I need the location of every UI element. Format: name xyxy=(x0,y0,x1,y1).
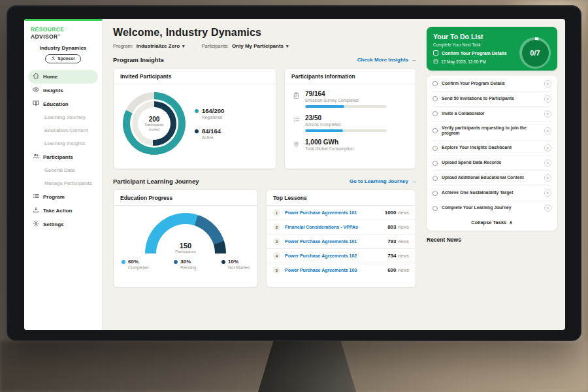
link-label: Check More Insights xyxy=(357,57,408,63)
lesson-link[interactable]: Power Purchase Agreements 102 xyxy=(285,253,387,258)
sidebar-item-label: Manage Participants xyxy=(44,180,92,186)
chevron-right-icon[interactable]: › xyxy=(544,127,551,135)
next-task-checkbox[interactable] xyxy=(433,50,438,56)
chevron-right-icon[interactable]: › xyxy=(544,204,551,212)
legend-label: Active xyxy=(202,135,221,140)
monitor-bezel: RESOURCE ADVISOR+ Industry Dynamics Spon… xyxy=(7,5,581,341)
task-row[interactable]: Upload Spend Data Records › xyxy=(433,156,551,171)
lesson-row: 5 Power Purchase Agreements 103 600views xyxy=(267,263,416,277)
sidebar-item-take-action[interactable]: Take Action xyxy=(28,204,98,218)
lesson-link[interactable]: Financial Considerations - VPPAs xyxy=(285,225,387,229)
sidebar-item-learning-insights[interactable]: Learning Insights xyxy=(28,137,98,150)
program-select[interactable]: Industrialize Zero ▾ xyxy=(137,43,185,49)
lesson-rank: 2 xyxy=(273,223,280,231)
logo-text-advisor: ADVISOR xyxy=(31,33,58,40)
section-title: Participant Learning Journey xyxy=(113,178,199,185)
chevron-right-icon[interactable]: › xyxy=(544,110,551,118)
insights-cards-row: Invited Participants 200 Participants In… xyxy=(113,68,416,169)
legend-value: 84/164 xyxy=(202,127,221,135)
sidebar: RESOURCE ADVISOR+ Industry Dynamics Spon… xyxy=(24,19,103,330)
task-row[interactable]: Confirm Your Program Details › xyxy=(433,76,551,91)
chevron-right-icon[interactable]: › xyxy=(544,189,551,197)
task-checkbox[interactable] xyxy=(433,161,438,166)
dashboard-screen: RESOURCE ADVISOR+ Industry Dynamics Spon… xyxy=(24,19,565,330)
sidebar-item-general-data[interactable]: General Data xyxy=(28,164,98,177)
legend-item-active: 84/164 Active xyxy=(195,127,224,140)
participants-information-card: Participants Information 79/164 Emission… xyxy=(284,68,416,169)
lesson-views-suffix: views xyxy=(397,210,409,215)
sidebar-item-manage-participants[interactable]: Manage Participants xyxy=(28,177,98,190)
actions-progress-bar xyxy=(305,129,387,132)
app-logo: RESOURCE ADVISOR+ xyxy=(24,21,102,41)
lesson-link[interactable]: Power Purchase Agreements 101 xyxy=(285,239,387,244)
task-row[interactable]: Send 50 Invitations to Participants › xyxy=(433,91,551,106)
task-row[interactable]: Explore Your Insights Dashboard › xyxy=(433,141,551,156)
sidebar-item-label: Participants xyxy=(43,154,73,160)
task-row[interactable]: Verify participants requesting to join t… xyxy=(433,122,551,141)
task-row[interactable]: Complete Your Learning Journey › xyxy=(433,201,551,216)
task-checkbox[interactable] xyxy=(433,96,438,101)
checklist-icon xyxy=(293,114,300,132)
sidebar-item-insights[interactable]: Insights xyxy=(28,84,98,97)
task-checkbox[interactable] xyxy=(433,191,438,196)
top-lessons-card: Top Lessons 1 Power Purchase Agreements … xyxy=(266,189,416,287)
legend-dot xyxy=(195,129,199,133)
sidebar-item-label: Home xyxy=(43,74,57,80)
task-row[interactable]: Invite a Collaborator › xyxy=(433,106,551,122)
sidebar-item-settings[interactable]: Settings xyxy=(28,218,98,231)
legend-pct: 10% xyxy=(228,259,238,265)
chevron-right-icon[interactable]: › xyxy=(544,80,551,88)
clipboard-icon xyxy=(293,90,300,108)
donut-center-label: Participants Invited xyxy=(140,123,168,132)
legend-item-registered: 164/200 Registered xyxy=(195,107,224,120)
todo-summary-card: Your To Do List Complete Your Next Task:… xyxy=(427,27,557,71)
pin-icon xyxy=(293,139,300,151)
legend-dot xyxy=(195,109,199,113)
page-title: Welcome, Industry Dynamics xyxy=(113,27,416,39)
task-label: Send 50 Invitations to Participants xyxy=(442,96,540,102)
check-more-insights-link[interactable]: Check More Insights → xyxy=(357,57,416,63)
collapse-tasks-link[interactable]: Collapse Tasks ∧ xyxy=(433,216,551,230)
participants-filter-label: Participants: xyxy=(202,43,229,49)
stat-value: 79/164 xyxy=(305,90,387,97)
stat-global-consumption: 1,000 GWh Total Global Consumption xyxy=(293,139,408,151)
sidebar-item-learning-journey[interactable]: Learning Journey xyxy=(28,111,98,124)
stat-actions-completed: 23/50 Actions Completed xyxy=(293,114,408,132)
legend-label: Pending xyxy=(180,265,196,270)
filter-bar: Program: Industrialize Zero ▾ Participan… xyxy=(113,43,416,49)
emission-progress-bar xyxy=(305,105,387,108)
lesson-views: 803 xyxy=(387,224,396,230)
task-checkbox[interactable] xyxy=(433,146,438,151)
sidebar-item-education[interactable]: Education xyxy=(28,97,98,111)
logo-plus: + xyxy=(58,33,61,37)
go-to-learning-journey-link[interactable]: Go to Learning Journey → xyxy=(350,178,416,184)
legend-item-completed: 60% Completed xyxy=(122,259,148,270)
task-checkbox[interactable] xyxy=(433,81,438,86)
program-filter-label: Program: xyxy=(113,43,133,49)
task-checkbox[interactable] xyxy=(433,206,438,211)
chevron-right-icon[interactable]: › xyxy=(544,159,551,167)
sidebar-item-label: Education Content xyxy=(44,127,88,133)
task-row[interactable]: Achieve One Sustainability Target › xyxy=(433,186,551,201)
sponsor-badge: Sponsor xyxy=(45,54,80,63)
todo-progress-ring: 0/7 xyxy=(519,37,551,69)
sidebar-item-home[interactable]: Home xyxy=(28,70,98,84)
task-row[interactable]: Upload Additional Educational Content › xyxy=(433,171,551,186)
sidebar-item-label: Education xyxy=(43,101,69,107)
chevron-right-icon[interactable]: › xyxy=(544,95,551,103)
sidebar-item-participants[interactable]: Participants xyxy=(28,150,98,164)
task-checkbox[interactable] xyxy=(433,111,438,116)
lesson-link[interactable]: Power Purchase Agreements 103 xyxy=(285,268,387,272)
card-title: Invited Participants xyxy=(114,69,276,84)
participants-select-value: Only My Participants xyxy=(232,43,284,49)
sidebar-item-program[interactable]: Program xyxy=(28,190,98,204)
chevron-right-icon[interactable]: › xyxy=(544,174,551,182)
chevron-right-icon[interactable]: › xyxy=(544,144,551,152)
stat-emission-survey: 79/164 Emission Survey Completed xyxy=(293,90,408,108)
lesson-link[interactable]: Power Purchase Agreements 101 xyxy=(285,210,385,215)
task-checkbox[interactable] xyxy=(433,176,438,181)
section-title: Program Insights xyxy=(113,56,164,63)
sidebar-item-education-content[interactable]: Education Content xyxy=(28,124,98,137)
task-checkbox[interactable] xyxy=(433,128,438,133)
participants-select[interactable]: Only My Participants ▾ xyxy=(232,43,289,49)
